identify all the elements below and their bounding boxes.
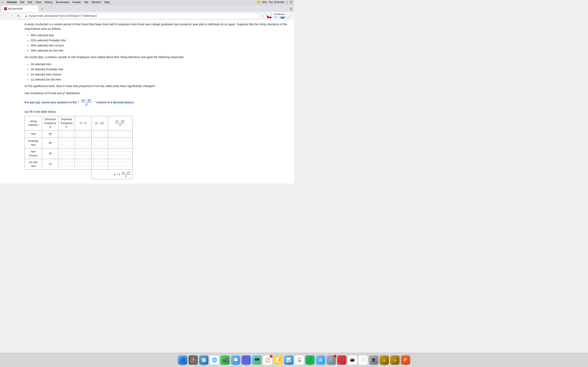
clock-label: Thu 10:46 AM (268, 1, 284, 4)
list-item: 22% selected Probably Hire (31, 38, 288, 43)
new-tab-button[interactable]: + (39, 6, 45, 12)
address-bar[interactable]: 🔒 myopenmath.com/assess2/?cid=101687&aid… (22, 13, 259, 19)
formula-note: For part (a), round your answers in the … (25, 98, 288, 107)
menu-window[interactable]: Window (92, 1, 101, 4)
summary-fraction: (O − E)2 E (121, 171, 131, 178)
input-ominus-hire[interactable] (77, 132, 89, 136)
table-header-row: HiringIntention ObservedFrequencyO Expec… (25, 116, 133, 130)
apple-menu[interactable]:  (2, 1, 3, 4)
bullet-item: Do Not Hire (49, 49, 63, 52)
input-fraction-unsure[interactable] (110, 151, 130, 156)
input-ominussq-hire[interactable] (94, 132, 106, 136)
col-header-intention: HiringIntention (25, 116, 42, 130)
cell-ominus-hire[interactable] (75, 130, 91, 138)
input-expected-probably[interactable] (61, 141, 73, 145)
col-header-o-minus-e: O − E (75, 116, 91, 130)
cell-fraction-probably[interactable] (108, 138, 133, 148)
reload-button[interactable]: ↻ (16, 13, 21, 19)
control-center-icon[interactable]: ☰ (290, 1, 292, 4)
bullet-count: 12 selected (31, 78, 46, 81)
bullet-item: Probably Hire (46, 68, 63, 71)
input-ominus-donot[interactable] (77, 162, 89, 167)
input-expected-hire[interactable] (61, 132, 73, 136)
menu-tab[interactable]: Tab (84, 1, 88, 4)
cell-intention-donot: Do NotHire (25, 159, 42, 169)
input-fraction-hire[interactable] (110, 132, 130, 136)
input-expected-donot[interactable] (61, 162, 73, 167)
followup-paragraph: Six month later, a random sample of 100 … (25, 55, 288, 59)
menu-edit[interactable]: Edit (27, 1, 32, 4)
cell-ominus-probably[interactable] (75, 138, 91, 148)
bullet-item: Hire (49, 34, 54, 37)
menu-file[interactable]: File (20, 1, 24, 4)
bullet-item: Do Not Hire (46, 78, 61, 81)
menu-view[interactable]: View (35, 1, 41, 4)
list-item: 19% selected Do Not Hire (31, 49, 288, 53)
url-text: myopenmath.com/assess2/?cid=101687&aid=7… (29, 15, 257, 17)
forward-button[interactable]: → (9, 13, 14, 19)
cell-intention-hire: Hire (25, 130, 42, 138)
bullet-count: 36 selected (31, 63, 46, 66)
table-row-summary: χ2 = Σ (O − E)2 E (25, 169, 133, 179)
menu-bar-right: 📶 82% Thu 10:46 AM 🔍 ☰ (257, 1, 292, 4)
tab-title: MyOpenMath (8, 7, 31, 10)
bullet-item: Hire (46, 63, 52, 66)
fraction-numerator: (O − E)2 (81, 98, 92, 103)
cell-fraction-hire[interactable] (108, 130, 133, 138)
cell-ominus-unsure[interactable] (75, 148, 91, 159)
part-a-label: (a) Fill in the table below. (25, 109, 288, 114)
cell-ominussq-donot[interactable] (91, 159, 108, 169)
menu-people[interactable]: People (72, 1, 81, 4)
tab-close-button[interactable]: × (33, 7, 36, 10)
menu-bookmarks[interactable]: Bookmarks (56, 1, 69, 4)
col-header-expected: ExpectedFrequencyE (58, 116, 75, 130)
cell-expected-hire[interactable] (58, 130, 75, 138)
input-ominus-probably[interactable] (77, 141, 89, 145)
bookmark-star-button[interactable]: ☆ (260, 13, 266, 19)
tab-favicon: M (4, 7, 7, 10)
fraction-formula: (O − E)2 E (81, 98, 92, 107)
method-paragraph: Use Goodness-of-Fit test and χ2 distribu… (25, 91, 288, 95)
fraction-denominator: E (85, 103, 88, 107)
formula-note-prefix: For part (a), round your answers in the … (25, 100, 80, 105)
timer-close-button[interactable]: × (286, 13, 288, 16)
page-content: A study conducted in a certain period of… (0, 20, 294, 184)
menu-help[interactable]: Help (104, 1, 110, 4)
bullet-pct: 19% selected (31, 49, 49, 52)
bullet-count: 28 selected (31, 68, 46, 71)
cell-observed-unsure: 24 (42, 148, 58, 159)
input-ominussq-unsure[interactable] (94, 151, 106, 156)
cell-expected-donot[interactable] (58, 159, 75, 169)
cell-ominussq-unsure[interactable] (91, 148, 108, 159)
input-ominussq-probably[interactable] (94, 141, 106, 145)
table-row-hire-unsure: HireUnsure 24 (25, 148, 133, 159)
cell-expected-unsure[interactable] (58, 148, 75, 159)
search-icon[interactable]: 🔍 (285, 1, 288, 4)
cell-ominussq-hire[interactable] (91, 130, 108, 138)
col-header-o-minus-e-sq: (O − E)2 (91, 116, 108, 130)
cell-fraction-unsure[interactable] (108, 148, 133, 159)
table-row-do-not-hire: Do NotHire 12 (25, 159, 133, 169)
input-ominus-unsure[interactable] (77, 151, 89, 156)
input-fraction-probably[interactable] (110, 141, 130, 145)
input-expected-unsure[interactable] (61, 151, 73, 156)
menu-chrome[interactable]: Chrome (7, 1, 17, 4)
cell-ominus-donot[interactable] (75, 159, 91, 169)
chrome-menu-icon[interactable]: ☰ (290, 7, 292, 11)
cell-ominussq-probably[interactable] (91, 138, 108, 148)
sample-bullets-list: 36 selected Hire 28 selected Probably Hi… (31, 62, 288, 82)
battery-label: 82% (262, 1, 267, 4)
input-ominussq-donot[interactable] (94, 162, 106, 167)
cell-expected-probably[interactable] (58, 138, 75, 148)
back-button[interactable]: ← (2, 13, 7, 19)
list-item: 39% selected Hire (31, 33, 288, 38)
cell-observed-probably: 28 (42, 138, 58, 148)
input-fraction-donot[interactable] (110, 162, 130, 167)
active-tab[interactable]: M MyOpenMath × (2, 6, 38, 12)
menu-history[interactable]: History (44, 1, 53, 4)
cell-fraction-donot[interactable] (108, 159, 133, 169)
cell-observed-donot: 12 (42, 159, 58, 169)
chi-square-table: HiringIntention ObservedFrequencyO Expec… (25, 116, 133, 179)
list-item: 12 selected Do Not Hire (31, 77, 288, 82)
tab-bar-right: ☰ (290, 7, 292, 12)
